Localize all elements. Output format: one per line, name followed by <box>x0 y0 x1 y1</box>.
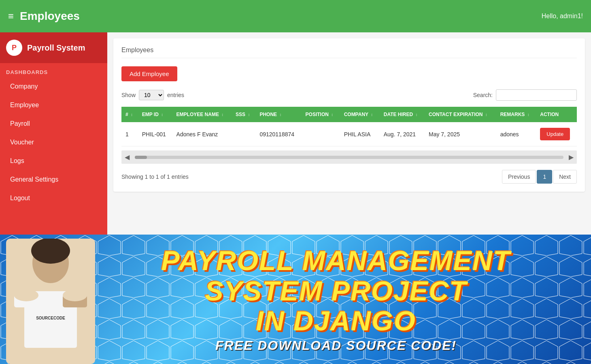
add-employee-button[interactable]: Add Employee <box>121 66 177 81</box>
col-employee-name[interactable]: EMPLOYEE NAME ↕ <box>172 107 232 122</box>
sidebar-item-logout[interactable]: Logout <box>0 189 107 207</box>
search-box: Search: <box>473 89 577 101</box>
svg-point-4 <box>31 239 70 264</box>
content-area: Employees Add Employee Show 10 25 50 100… <box>107 32 591 235</box>
cell-phone: 09120118874 <box>255 122 301 146</box>
cell-action: Update <box>536 122 577 146</box>
col-contact-expiration[interactable]: CONTACT EXPIRATION ↕ <box>425 107 496 122</box>
next-button[interactable]: Next <box>553 170 577 184</box>
page-1-button[interactable]: 1 <box>537 170 552 184</box>
svg-text:SOURCECODE: SOURCECODE <box>36 316 65 320</box>
show-entries: Show 10 25 50 100 entries <box>121 90 184 100</box>
search-label: Search: <box>473 92 493 98</box>
person-silhouette: SOURCECODE <box>6 239 95 364</box>
col-phone[interactable]: PHONE ↕ <box>255 107 301 122</box>
col-position[interactable]: POSITION ↕ <box>302 107 340 122</box>
overlay-line4: FREE DOWNLOAD SOURCE CODE! <box>161 338 510 353</box>
sidebar-item-logs[interactable]: Logs <box>0 152 107 170</box>
search-input[interactable] <box>496 89 577 101</box>
sidebar-item-general-settings[interactable]: General Settings <box>0 170 107 189</box>
table-row: 1 PHIL-001 Adones F Evanz 09120118874 PH… <box>121 122 577 146</box>
scroll-track[interactable] <box>135 156 563 159</box>
entries-label: entries <box>167 92 184 98</box>
user-greeting: Hello, admin1! <box>542 13 583 20</box>
col-remarks[interactable]: REMARKS ↕ <box>496 107 536 122</box>
cell-employee-name: Adones F Evanz <box>172 122 232 146</box>
scrollbar[interactable]: ◀ ▶ <box>121 150 577 164</box>
table-controls: Show 10 25 50 100 entries Search: <box>121 89 577 101</box>
main-layout: P Payroll System Dashboards Company Empl… <box>0 32 591 235</box>
sidebar-section-title: Dashboards <box>0 63 107 77</box>
top-header: ≡ Employees Hello, admin1! <box>0 0 591 32</box>
sidebar-item-payroll[interactable]: Payroll <box>0 114 107 133</box>
brand-name: Payroll System <box>27 43 85 53</box>
showing-text: Showing 1 to 1 of 1 entries <box>121 174 189 180</box>
sidebar-item-company[interactable]: Company <box>0 77 107 96</box>
sidebar-brand: P Payroll System <box>0 32 107 63</box>
cell-company: PHIL ASIA <box>340 122 380 146</box>
person-container: SOURCECODE <box>6 239 95 364</box>
col-num[interactable]: # ↕ <box>121 107 138 122</box>
brand-icon: P <box>6 40 22 56</box>
cell-sss <box>232 122 255 146</box>
sidebar-item-voucher[interactable]: Voucher <box>0 133 107 152</box>
hamburger-icon[interactable]: ≡ <box>8 11 14 22</box>
sidebar-item-employee[interactable]: Employee <box>0 96 107 114</box>
pagination-area: Showing 1 to 1 of 1 entries Previous 1 N… <box>121 170 577 184</box>
col-emp-id[interactable]: EMP ID ↕ <box>138 107 172 122</box>
scroll-left-icon[interactable]: ◀ <box>121 152 133 162</box>
overlay-text: PAYROLL MANAGEMENT SYSTEM PROJECT IN DJA… <box>161 245 510 353</box>
content-breadcrumb: Employees <box>121 47 577 58</box>
overlay-line1: PAYROLL MANAGEMENT <box>161 245 510 276</box>
update-button[interactable]: Update <box>540 128 570 140</box>
cell-date-hired: Aug. 7, 2021 <box>380 122 425 146</box>
cell-emp-id: PHIL-001 <box>138 122 172 146</box>
overlay-line2: SYSTEM PROJECT <box>161 276 510 306</box>
col-date-hired[interactable]: DATE HIRED ↕ <box>380 107 425 122</box>
svg-point-9 <box>14 289 38 301</box>
svg-point-10 <box>63 289 87 301</box>
col-action: ACTION <box>536 107 577 122</box>
content-inner: Employees Add Employee Show 10 25 50 100… <box>113 38 585 192</box>
show-label: Show <box>121 92 136 98</box>
cell-position <box>302 122 340 146</box>
sidebar-nav: Company Employee Payroll Voucher Logs Ge… <box>0 77 107 207</box>
cell-contact-expiration: May 7, 2025 <box>425 122 496 146</box>
entries-select[interactable]: 10 25 50 100 <box>139 90 164 100</box>
scroll-thumb <box>135 156 147 159</box>
cell-num: 1 <box>121 122 138 146</box>
overlay-line3: IN DJANGO <box>161 306 510 336</box>
page-title: Employees <box>20 10 542 23</box>
prev-button[interactable]: Previous <box>502 170 536 184</box>
col-company[interactable]: COMPANY ↕ <box>340 107 380 122</box>
sidebar: P Payroll System Dashboards Company Empl… <box>0 32 107 235</box>
col-sss[interactable]: SSS ↕ <box>232 107 255 122</box>
pagination-buttons: Previous 1 Next <box>502 170 577 184</box>
cell-remarks: adones <box>496 122 536 146</box>
data-table: # ↕ EMP ID ↕ EMPLOYEE NAME ↕ SSS ↕ PHONE… <box>121 107 577 146</box>
bottom-overlay: SOURCECODE PAYROLL MANAGEMENT SYSTEM PRO… <box>0 235 591 364</box>
scroll-right-icon[interactable]: ▶ <box>565 152 577 162</box>
